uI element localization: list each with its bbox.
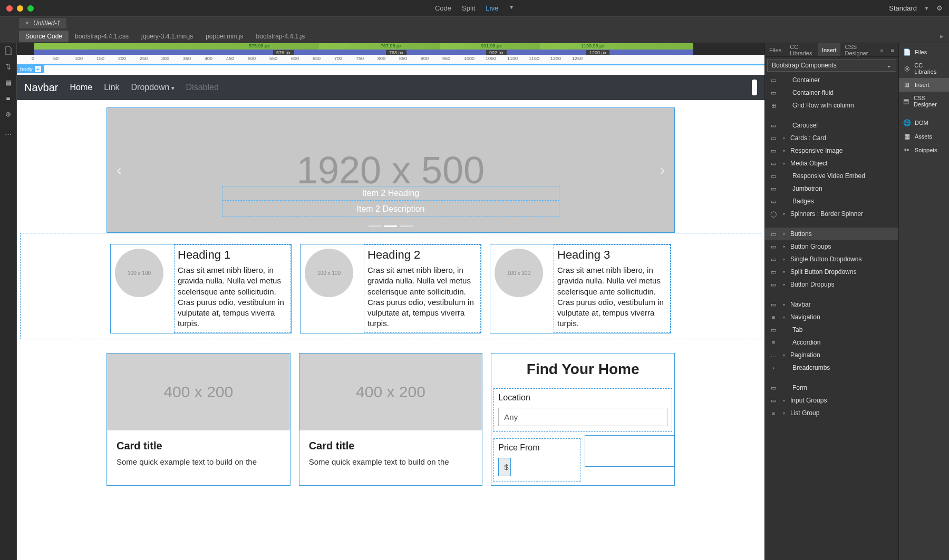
- panel-tab-insert[interactable]: Insert: [818, 43, 841, 56]
- live-view-icon[interactable]: ≡: [4, 94, 13, 102]
- rail-item-insert[interactable]: ⊞Insert: [899, 78, 949, 92]
- nav-link-link[interactable]: Link: [104, 83, 119, 92]
- rail-item-cc-libraries[interactable]: ◎CC Libraries: [899, 59, 949, 78]
- rail-item-css-designer[interactable]: ▤CSS Designer: [899, 92, 949, 111]
- media-query-max-label: 1199.98 px: [581, 43, 605, 48]
- insert-item[interactable]: ≡Accordion: [765, 336, 898, 349]
- element-tag-body[interactable]: body +: [17, 65, 44, 73]
- insert-item[interactable]: ◯▾Spinners : Border Spinner: [765, 208, 898, 220]
- insert-item[interactable]: ▭Form: [765, 381, 898, 394]
- preview-carousel[interactable]: ‹ 1920 x 500 › Item 2 Heading Item 2 Des…: [106, 107, 675, 233]
- minimize-window-icon[interactable]: [17, 5, 23, 12]
- workspace-switcher[interactable]: Standard: [889, 4, 917, 12]
- inspect-icon[interactable]: ⊕: [4, 110, 13, 118]
- add-element-icon[interactable]: +: [35, 66, 41, 72]
- find-home-form[interactable]: Find Your Home Location Any Price From $: [491, 353, 675, 486]
- feature-column[interactable]: 100 x 100Heading 1Cras sit amet nibh lib…: [110, 244, 292, 333]
- rail-item-files[interactable]: 📄Files: [899, 45, 949, 59]
- related-file-item[interactable]: popper.min.js: [199, 31, 249, 42]
- carousel-indicators[interactable]: [369, 225, 413, 227]
- component-icon: ▭: [769, 256, 778, 262]
- more-tools-icon[interactable]: ⋯: [4, 130, 13, 138]
- view-mode-live[interactable]: Live: [486, 4, 498, 12]
- insert-item[interactable]: ▭▾Button Dropups: [765, 278, 898, 291]
- insert-item[interactable]: …▾Pagination: [765, 349, 898, 361]
- panel-tab-cc-libraries[interactable]: CC Libraries: [786, 44, 818, 56]
- insert-item[interactable]: ▭▾Button Groups: [765, 240, 898, 253]
- insert-item[interactable]: ≡▾Navigation: [765, 311, 898, 323]
- media-query-max-label: 575.98 px: [249, 43, 270, 48]
- nav-search-input[interactable]: [752, 80, 757, 95]
- insert-item[interactable]: ▭Container-fluid: [765, 86, 898, 99]
- nav-link-dropdown[interactable]: Dropdown: [131, 83, 175, 92]
- ruler-tick-label: 400: [205, 56, 212, 61]
- chevron-down-icon[interactable]: ▼: [509, 4, 514, 12]
- view-mode-split[interactable]: Split: [462, 4, 475, 12]
- code-nav-icon[interactable]: ⇅: [4, 62, 13, 71]
- preview-card[interactable]: 400 x 200 Card title Some quick example …: [106, 353, 290, 486]
- related-file-item[interactable]: Source Code: [19, 31, 69, 42]
- insert-item-label: List Group: [790, 409, 819, 417]
- insert-item[interactable]: ▭Responsive Video Embed: [765, 170, 898, 182]
- panel-more-icon[interactable]: »: [876, 47, 886, 53]
- panel-menu-icon[interactable]: ≡: [887, 47, 898, 53]
- feature-column[interactable]: 100 x 100Heading 3Cras sit amet nibh lib…: [490, 244, 671, 333]
- page-preview[interactable]: body + Navbar Home Link Dropdown Disable…: [17, 64, 764, 560]
- insert-item[interactable]: ▭▾Input Groups: [765, 394, 898, 407]
- related-file-item[interactable]: bootstrap-4.4.1.css: [69, 31, 135, 42]
- insert-item[interactable]: ▭Jumbotron: [765, 182, 898, 195]
- view-mode-code[interactable]: Code: [435, 4, 451, 12]
- insert-item[interactable]: ⊞Grid Row with column: [765, 99, 898, 112]
- panel-tab-files[interactable]: Files: [765, 47, 786, 53]
- manage-sites-icon[interactable]: ▤: [4, 78, 13, 86]
- rail-item-dom[interactable]: 🌐DOM: [899, 116, 949, 130]
- collapse-icon[interactable]: ▸: [940, 32, 949, 40]
- rail-icon: 📄: [903, 48, 911, 56]
- gear-icon[interactable]: ⚙: [936, 4, 943, 12]
- location-input[interactable]: Any: [498, 408, 667, 426]
- insert-item[interactable]: ▭▾Buttons: [765, 228, 898, 240]
- carousel-caption-heading[interactable]: Item 2 Heading: [222, 186, 559, 201]
- feature-heading: Heading 2: [367, 248, 477, 262]
- price-to-block[interactable]: [585, 435, 674, 467]
- related-file-item[interactable]: bootstrap-4.4.1.js: [250, 31, 312, 42]
- related-file-item[interactable]: jquery-3.4.1.min.js: [135, 31, 199, 42]
- insert-item[interactable]: ▭Badges: [765, 195, 898, 208]
- feature-column[interactable]: 100 x 100Heading 2Cras sit amet nibh lib…: [300, 244, 481, 333]
- rail-icon: ✂: [903, 146, 911, 154]
- ruler-tick-label: 150: [96, 56, 104, 61]
- insert-item[interactable]: ▭▾Single Button Dropdowns: [765, 253, 898, 266]
- insert-item[interactable]: ›Breadcrumbs: [765, 361, 898, 374]
- insert-item[interactable]: ▭▾Cards : Card: [765, 132, 898, 144]
- carousel-caption-desc[interactable]: Item 2 Description: [222, 202, 559, 217]
- media-query-bar[interactable]: 575.98 px767.98 px991.98 px1199.98 px576…: [17, 43, 764, 55]
- insert-item[interactable]: ≡▾List Group: [765, 407, 898, 419]
- rail-item-assets[interactable]: ▦Assets: [899, 130, 949, 143]
- insert-item[interactable]: ▭▾Split Button Dropdowns: [765, 266, 898, 278]
- insert-item[interactable]: ▭▾Navbar: [765, 298, 898, 311]
- carousel-next-icon[interactable]: ›: [660, 162, 665, 179]
- carousel-prev-icon[interactable]: ‹: [117, 162, 121, 179]
- navbar-brand[interactable]: Navbar: [24, 82, 58, 94]
- insert-item[interactable]: ▭Tab: [765, 323, 898, 336]
- insert-category-dropdown[interactable]: Bootstrap Components ⌄: [767, 59, 896, 72]
- ruler-tick-label: 300: [161, 56, 169, 61]
- insert-item[interactable]: ▭▾Responsive Image: [765, 144, 898, 157]
- insert-item[interactable]: ▭Carousel: [765, 119, 898, 132]
- panel-tab-css-designer[interactable]: CSS Designer: [840, 44, 876, 56]
- file-icon[interactable]: [4, 46, 13, 55]
- rail-icon: ▦: [903, 133, 911, 140]
- maximize-window-icon[interactable]: [27, 5, 34, 12]
- nav-link-home[interactable]: Home: [70, 83, 92, 92]
- insert-item[interactable]: ▭▾Media Object: [765, 157, 898, 170]
- insert-item[interactable]: ▭Container: [765, 74, 898, 86]
- document-tab[interactable]: × Untitled-1: [19, 18, 66, 28]
- ruler-tick-label: 700: [334, 56, 342, 61]
- rail-item-snippets[interactable]: ✂Snippets: [899, 143, 949, 157]
- close-window-icon[interactable]: [6, 5, 13, 12]
- close-tab-icon[interactable]: ×: [25, 19, 29, 27]
- rail-icon: ▤: [903, 97, 909, 105]
- insert-item-label: Navigation: [790, 313, 820, 321]
- preview-card[interactable]: 400 x 200 Card title Some quick example …: [299, 353, 483, 486]
- rail-label: Snippets: [915, 147, 937, 153]
